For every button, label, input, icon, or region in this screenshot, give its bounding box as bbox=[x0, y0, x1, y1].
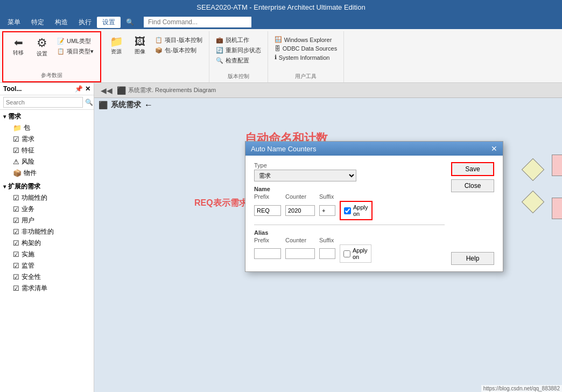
windows-explorer-icon: 🪟 bbox=[275, 36, 282, 43]
sidebar: Tool... 📌 ✕ 🔍 🔎 ☰ ▾ 需求 📁 包 ☑ 需求 ☑ 特征 bbox=[0, 83, 94, 392]
dialog-title-bar: Auto Name Counters ✕ bbox=[245, 142, 503, 156]
tree-group-ext-label: 扩展的需求 bbox=[8, 182, 40, 191]
tree-item-risk[interactable]: ⚠ 风险 bbox=[0, 156, 94, 167]
alias-prefix-input[interactable] bbox=[254, 248, 281, 259]
tree-item-feature[interactable]: ☑ 特征 bbox=[0, 145, 94, 156]
alias-apply-on-checkbox[interactable] bbox=[343, 250, 350, 257]
risk-icon: ⚠ bbox=[13, 158, 19, 166]
ribbon-btn-transfer-label: 转移 bbox=[13, 49, 24, 57]
menu-item-zhixing[interactable]: 执行 bbox=[73, 17, 97, 28]
ribbon-btn-uml[interactable]: 📝 UML类型 bbox=[55, 37, 96, 46]
shape-keyboard: 键盘 bbox=[552, 155, 562, 176]
shape-diamond-2 bbox=[522, 191, 544, 213]
menu-item-teding[interactable]: 特定 bbox=[26, 17, 50, 28]
ribbon-btn-transfer[interactable]: ⬅ 转移 bbox=[8, 34, 29, 58]
diagram-breadcrumb: 系统需求. Requirements Diagram bbox=[128, 86, 216, 94]
tree-item-arch[interactable]: ☑ 构架的 bbox=[0, 237, 94, 249]
ribbon-btn-package-version[interactable]: 📦 包-版本控制 bbox=[153, 46, 205, 55]
ribbon-btn-resync[interactable]: 🔄 重新同步状态 bbox=[214, 46, 263, 55]
tree-group-requirements: ▾ 需求 📁 包 ☑ 需求 ☑ 特征 ⚠ 风险 📦 物件 bbox=[0, 110, 94, 180]
close-icon[interactable]: ✕ bbox=[85, 85, 90, 93]
version-control-icon: 📋 bbox=[155, 37, 163, 44]
counter-input[interactable] bbox=[285, 205, 315, 216]
diagram-sub-header: ⬛ 系统需求 ← bbox=[94, 98, 562, 112]
title-bar: SEEA2020-ATM - Enterprise Architect Ulti… bbox=[0, 0, 562, 15]
prefix-input[interactable] bbox=[254, 205, 281, 216]
url-bar: https://blog.csdn.net/qq_883882 bbox=[481, 385, 562, 392]
resync-icon: 🔄 bbox=[216, 47, 223, 54]
shape-diamond-1 bbox=[522, 158, 544, 181]
resource-icon: 📁 bbox=[110, 35, 123, 48]
tree-group-requirements-header[interactable]: ▾ 需求 bbox=[0, 111, 94, 122]
menu-item-search-icon[interactable]: 🔍 bbox=[121, 17, 139, 27]
close-button[interactable]: Close bbox=[451, 179, 494, 192]
sidebar-tree: ▾ 需求 📁 包 ☑ 需求 ☑ 特征 ⚠ 风险 📦 物件 ▾ 扩展的需求 ☑ 功… bbox=[0, 110, 94, 392]
tree-item-business[interactable]: ☑ 业务 bbox=[0, 204, 94, 215]
ribbon-btn-windows-explorer[interactable]: 🪟 Windows Explorer bbox=[272, 36, 339, 44]
tree-item-security[interactable]: ☑ 安全性 bbox=[0, 271, 94, 283]
ribbon-btn-project-type[interactable]: 📋 项目类型▾ bbox=[55, 47, 96, 56]
req-list-icon: ☑ bbox=[13, 284, 19, 292]
menu-item-shezhi[interactable]: 设置 bbox=[97, 17, 121, 28]
check-config-icon: 🔍 bbox=[216, 57, 223, 64]
security-icon: ☑ bbox=[13, 273, 19, 281]
dialog-close-btn[interactable]: ✕ bbox=[491, 144, 497, 153]
help-button[interactable]: Help bbox=[451, 252, 494, 265]
image-icon: 🖼 bbox=[135, 35, 145, 48]
name-col-headers: Prefix Counter Suffix bbox=[254, 193, 445, 200]
alias-apply-on-label: Applyon bbox=[353, 247, 368, 260]
menu-item-cai[interactable]: 菜单 bbox=[2, 17, 26, 28]
ribbon-btn-offline[interactable]: 💼 脱机工作 bbox=[214, 36, 263, 45]
tree-item-object[interactable]: 📦 物件 bbox=[0, 167, 94, 179]
suffix-input[interactable] bbox=[319, 205, 335, 216]
alias-counter-col-header: Counter bbox=[285, 237, 315, 243]
find-command-input[interactable] bbox=[144, 17, 251, 27]
suffix-col-header: Suffix bbox=[319, 193, 335, 200]
tree-group-extended-header[interactable]: ▾ 扩展的需求 bbox=[0, 181, 94, 192]
apply-on-checkbox[interactable] bbox=[344, 207, 351, 214]
type-select[interactable]: 需求 bbox=[254, 170, 356, 181]
tree-item-package[interactable]: 📁 包 bbox=[0, 122, 94, 134]
uml-icon: 📝 bbox=[57, 38, 65, 45]
diagram-tab-bar: ◀◀ ⬛ 系统需求. Requirements Diagram bbox=[94, 83, 562, 98]
pin-icon[interactable]: 📌 bbox=[75, 85, 83, 93]
arch-icon: ☑ bbox=[13, 239, 19, 247]
ribbon-btn-version-control[interactable]: 📋 项目-版本控制 bbox=[153, 36, 205, 45]
tree-item-nonfunc[interactable]: ☑ 非功能性的 bbox=[0, 226, 94, 237]
alias-counter-input[interactable] bbox=[285, 248, 315, 259]
alias-suffix-input[interactable] bbox=[319, 248, 335, 259]
ribbon-btn-odbc[interactable]: 🗄 ODBC Data Sources bbox=[272, 45, 339, 52]
ribbon-btn-check-config[interactable]: 🔍 检查配置 bbox=[214, 56, 263, 65]
tree-item-req-list[interactable]: ☑ 需求清单 bbox=[0, 283, 94, 294]
tree-item-user[interactable]: ☑ 用户 bbox=[0, 215, 94, 226]
tree-group-extended: ▾ 扩展的需求 ☑ 功能性的 ☑ 业务 ☑ 用户 ☑ 非功能性的 ☑ 构架的 ☑… bbox=[0, 180, 94, 295]
name-section-label: Name bbox=[254, 186, 445, 192]
back-arrow[interactable]: ← bbox=[144, 100, 153, 110]
tree-item-monitor[interactable]: ☑ 监管 bbox=[0, 260, 94, 271]
ribbon-group-resources-items: 📁 资源 🖼 图像 📋 项目-版本控制 📦 包-版本控制 bbox=[106, 31, 205, 79]
main-area: Tool... 📌 ✕ 🔍 🔎 ☰ ▾ 需求 📁 包 ☑ 需求 ☑ 特征 bbox=[0, 83, 562, 392]
ribbon-btn-image[interactable]: 🖼 图像 bbox=[129, 33, 151, 57]
project-type-icon: 📋 bbox=[57, 48, 65, 55]
req-icon: ☑ bbox=[13, 135, 19, 143]
package-icon: 📁 bbox=[13, 124, 22, 132]
search-icon[interactable]: 🔍 bbox=[85, 99, 93, 106]
feature-icon: ☑ bbox=[13, 146, 19, 155]
counter-col-header: Counter bbox=[285, 193, 315, 200]
diagram-content: ⬛ 系统需求 ← 自动命名和计数 REQ表示需求建模 键盘 显示器 Auto N… bbox=[94, 98, 562, 392]
alias-prefix-col-header: Prefix bbox=[254, 237, 281, 243]
ribbon: ⬅ 转移 ⚙ 设置 📝 UML类型 📋 项目类型▾ 参考数据 bbox=[0, 29, 562, 83]
ribbon-group-resources: 📁 资源 🖼 图像 📋 项目-版本控制 📦 包-版本控制 bbox=[101, 31, 209, 82]
nav-back-btn[interactable]: ◀◀ bbox=[99, 85, 115, 96]
sidebar-search-input[interactable] bbox=[3, 97, 83, 108]
ribbon-btn-resource[interactable]: 📁 资源 bbox=[106, 33, 127, 57]
sidebar-title: Tool... bbox=[3, 85, 22, 93]
ribbon-btn-settings[interactable]: ⚙ 设置 bbox=[31, 34, 53, 59]
biz-icon: ☑ bbox=[13, 205, 19, 213]
tree-item-functional[interactable]: ☑ 功能性的 bbox=[0, 192, 94, 204]
ribbon-btn-sysinfo[interactable]: ℹ System Information bbox=[272, 53, 339, 61]
menu-item-gouzao[interactable]: 构造 bbox=[50, 17, 73, 28]
tree-item-requirement[interactable]: ☑ 需求 bbox=[0, 134, 94, 145]
save-button[interactable]: Save bbox=[451, 162, 494, 176]
tree-item-impl[interactable]: ☑ 实施 bbox=[0, 249, 94, 260]
